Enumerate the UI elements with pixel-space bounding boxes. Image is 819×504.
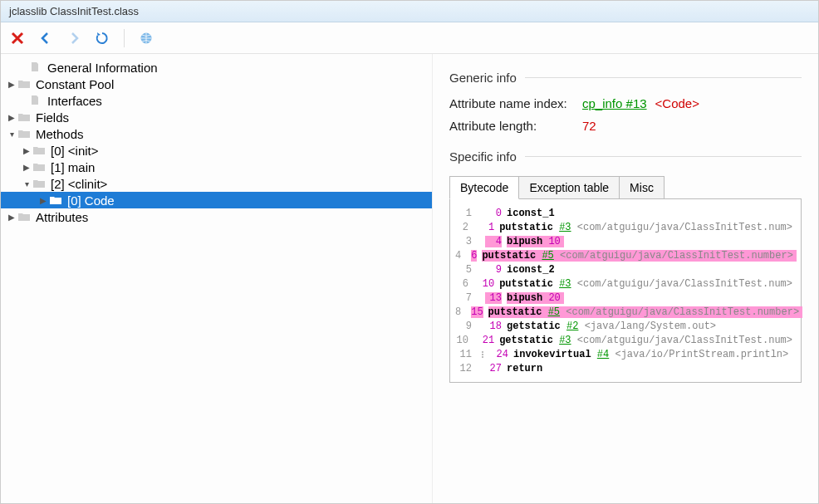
bc-comment: <java/lang/System.out> xyxy=(585,321,716,332)
tree-method-init[interactable]: ▶[0] <init> xyxy=(1,142,432,159)
bc-offset: 10 xyxy=(481,278,494,290)
tree-methods[interactable]: ▾Methods xyxy=(1,125,432,142)
bc-offset: 0 xyxy=(485,208,502,219)
folder-icon xyxy=(17,111,32,123)
bc-comment: <com/atguigu/java/ClassInitTest.number> xyxy=(566,306,799,318)
tree-label: Interfaces xyxy=(47,94,102,108)
bc-offset: 21 xyxy=(481,335,494,346)
tree-constant-pool[interactable]: ▶Constant Pool xyxy=(1,76,432,92)
window: jclasslib ClassInitTest.class General In… xyxy=(0,0,819,504)
bc-ref[interactable]: #3 xyxy=(559,335,571,346)
bytecode-line[interactable]: 1227return xyxy=(455,361,796,375)
chevron-right-icon[interactable]: ▶ xyxy=(6,80,17,89)
bc-comment: <com/atguigu/java/ClassInitTest.num> xyxy=(577,278,792,290)
chevron-down-icon[interactable]: ▾ xyxy=(21,179,32,188)
bc-offset: 24 xyxy=(492,349,508,360)
folder-icon xyxy=(17,78,32,90)
bc-num: 20 xyxy=(548,292,560,304)
tab-bytecode[interactable]: Bytecode xyxy=(449,176,519,199)
file-icon xyxy=(29,61,44,73)
section-title: Generic info xyxy=(449,71,517,85)
bc-opcode: bipush xyxy=(507,236,542,247)
bc-offset: 4 xyxy=(485,236,502,247)
bc-offset: 15 xyxy=(471,306,483,318)
row-attr-name-index: Attribute name index: cp_info #13 <Code> xyxy=(449,96,802,110)
bc-ref[interactable]: #5 xyxy=(542,250,553,262)
folder-icon xyxy=(32,161,47,173)
bc-lineno: 7 xyxy=(455,292,472,304)
bytecode-line[interactable]: 10iconst_1 xyxy=(455,206,796,220)
bc-comment: <com/atguigu/java/ClassInitTest.num> xyxy=(577,335,792,346)
bc-ref[interactable]: #5 xyxy=(548,306,560,318)
bc-opcode: getstatic xyxy=(507,321,561,332)
bc-lineno: 11 xyxy=(455,349,472,360)
tree-interfaces[interactable]: Interfaces xyxy=(1,92,432,109)
bc-ref[interactable]: #2 xyxy=(566,321,578,332)
bytecode-line[interactable]: 713bipush 20 xyxy=(455,291,796,305)
bytecode-line[interactable]: 21putstatic #3 <com/atguigu/java/ClassIn… xyxy=(455,220,796,234)
tree-label: Attributes xyxy=(36,210,88,224)
close-icon[interactable] xyxy=(9,30,26,46)
section-generic: Generic info xyxy=(449,71,802,85)
bc-offset: 13 xyxy=(485,292,502,304)
forward-icon[interactable] xyxy=(66,30,82,46)
tree-method-clinit-code[interactable]: ▶[0] Code xyxy=(1,192,432,208)
back-icon[interactable] xyxy=(37,30,54,46)
chevron-right-icon[interactable]: ▶ xyxy=(6,113,17,122)
bc-offset: 18 xyxy=(485,321,502,332)
bytecode-line[interactable]: 610putstatic #3 <com/atguigu/java/ClassI… xyxy=(455,276,796,291)
folder-icon xyxy=(17,211,32,223)
bc-lineno: 9 xyxy=(455,321,472,332)
refresh-icon[interactable] xyxy=(94,30,110,46)
tree-label: [0] Code xyxy=(67,193,115,208)
bytecode-line[interactable]: 34bipush 10 xyxy=(455,234,796,248)
bc-lineno: 8 xyxy=(455,306,461,318)
bc-offset: 27 xyxy=(485,363,502,374)
chevron-right-icon[interactable]: ▶ xyxy=(21,146,32,155)
chevron-right-icon[interactable]: ▶ xyxy=(21,163,32,172)
tree-method-clinit[interactable]: ▾[2] <clinit> xyxy=(1,175,432,192)
chevron-down-icon[interactable]: ▾ xyxy=(6,130,17,139)
tree-attributes[interactable]: ▶Attributes xyxy=(1,208,432,225)
body: General Information ▶Constant Pool Inter… xyxy=(1,54,818,503)
tab-misc[interactable]: Misc xyxy=(620,176,665,199)
tree-general-information[interactable]: General Information xyxy=(1,59,432,76)
bc-ref[interactable]: #3 xyxy=(559,278,571,290)
bc-opcode: iconst_1 xyxy=(507,208,555,219)
tree-panel: General Information ▶Constant Pool Inter… xyxy=(1,54,433,503)
tab-exception-table[interactable]: Exception table xyxy=(519,176,620,199)
label-attr-length: Attribute length: xyxy=(449,119,582,133)
folder-icon xyxy=(17,128,32,139)
tree-label: Fields xyxy=(36,110,69,125)
detail-panel: Generic info Attribute name index: cp_in… xyxy=(433,54,818,503)
bc-comment: <java/io/PrintStream.println> xyxy=(615,349,788,360)
tree-method-main[interactable]: ▶[1] main xyxy=(1,159,432,175)
bc-ref[interactable]: #4 xyxy=(597,349,609,360)
bc-ref[interactable]: #3 xyxy=(559,222,571,233)
bytecode-line[interactable]: 918getstatic #2 <java/lang/System.out> xyxy=(455,319,796,333)
tag-code: <Code> xyxy=(655,96,699,110)
globe-icon[interactable] xyxy=(138,30,154,46)
bc-num: 10 xyxy=(548,236,560,247)
tree-label: [1] main xyxy=(51,160,95,174)
bc-opcode: putstatic xyxy=(482,250,536,262)
toolbar xyxy=(1,22,818,54)
tree-fields[interactable]: ▶Fields xyxy=(1,109,432,125)
bytecode-line[interactable]: 1021getstatic #3 <com/atguigu/java/Class… xyxy=(455,333,796,347)
bytecode-line[interactable]: 46putstatic #5 <com/atguigu/java/ClassIn… xyxy=(455,248,796,262)
bc-comment: <com/atguigu/java/ClassInitTest.num> xyxy=(577,222,792,233)
tree-label: General Information xyxy=(47,61,158,75)
label-attr-name-index: Attribute name index: xyxy=(449,96,582,110)
chevron-right-icon[interactable]: ▶ xyxy=(6,213,17,222)
link-cpinfo[interactable]: cp_info #13 xyxy=(582,96,647,110)
bytecode-line[interactable]: 59iconst_2 xyxy=(455,262,796,276)
bc-opcode: getstatic xyxy=(499,335,553,346)
bytecode-box: 10iconst_121putstatic #3 <com/atguigu/ja… xyxy=(449,198,802,383)
bytecode-line[interactable]: 815putstatic #5 <com/atguigu/java/ClassI… xyxy=(455,305,796,319)
tree-label: [2] <clinit> xyxy=(51,177,107,191)
bc-lineno: 1 xyxy=(455,208,472,219)
bytecode-line[interactable]: 1124invokevirtual #4 <java/io/PrintStrea… xyxy=(455,347,796,361)
bc-opcode: return xyxy=(507,363,542,374)
chevron-right-icon[interactable]: ▶ xyxy=(37,196,49,205)
toolbar-separator xyxy=(124,29,125,47)
